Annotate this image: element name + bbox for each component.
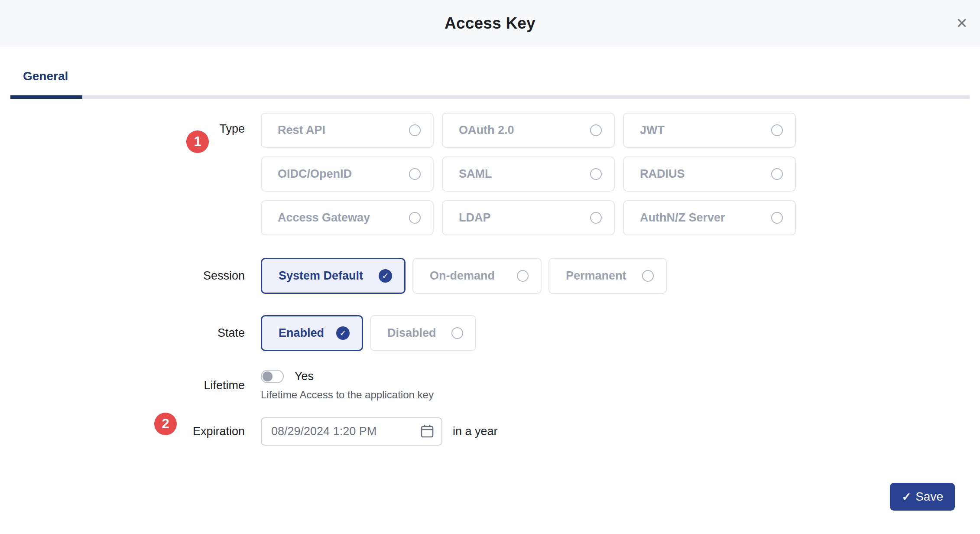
save-button-label: Save — [915, 490, 943, 504]
session-label: Session — [203, 269, 245, 283]
radio-icon[interactable] — [590, 124, 602, 136]
expiration-label: Expiration — [193, 425, 245, 438]
radio-icon[interactable] — [409, 212, 421, 224]
radio-icon[interactable] — [771, 212, 783, 224]
radio-icon[interactable] — [590, 168, 602, 180]
toggle-knob-icon — [263, 371, 273, 381]
selected-check-icon: ✓ — [336, 326, 350, 340]
expiration-input[interactable]: 08/29/2024 1:20 PM — [261, 417, 442, 446]
type-option-oauth2[interactable]: OAuth 2.0 — [442, 113, 615, 148]
type-option-authnz-server[interactable]: AuthN/Z Server — [623, 200, 796, 235]
save-check-icon: ✓ — [902, 491, 911, 502]
dialog-title: Access Key — [445, 14, 535, 33]
radio-icon[interactable] — [642, 270, 654, 282]
type-option-jwt[interactable]: JWT — [623, 113, 796, 148]
lifetime-helper-text: Lifetime Access to the application key — [261, 389, 434, 401]
expiration-hint: in a year — [453, 425, 498, 438]
session-option-on-demand[interactable]: On-demand — [412, 258, 542, 294]
state-option-enabled[interactable]: Enabled ✓ — [261, 315, 363, 351]
type-option-oidc-openid[interactable]: OIDC/OpenID — [261, 156, 434, 192]
state-label: State — [217, 326, 245, 340]
radio-icon[interactable] — [590, 212, 602, 224]
radio-icon[interactable] — [451, 327, 463, 339]
calendar-icon[interactable] — [420, 423, 434, 440]
radio-icon[interactable] — [517, 270, 529, 282]
session-option-permanent[interactable]: Permanent — [548, 258, 667, 294]
step-badge-1: 1 — [186, 130, 209, 153]
session-option-system-default[interactable]: System Default ✓ — [261, 258, 406, 294]
tab-track — [10, 95, 970, 99]
tab-bar: General — [0, 47, 980, 99]
radio-icon[interactable] — [771, 168, 783, 180]
radio-icon[interactable] — [409, 168, 421, 180]
active-tab-indicator — [10, 95, 82, 99]
dialog-body: 1 2 Type Rest API OAuth 2.0 JW — [0, 113, 980, 446]
type-option-saml[interactable]: SAML — [442, 156, 615, 192]
expiration-field-row: Expiration 08/29/2024 1:20 PM — [0, 417, 980, 446]
state-option-disabled[interactable]: Disabled — [370, 315, 476, 351]
lifetime-toggle-value: Yes — [295, 370, 314, 383]
step-badge-2: 2 — [154, 413, 177, 435]
type-option-ldap[interactable]: LDAP — [442, 200, 615, 235]
access-key-dialog: Access Key ✕ General 1 2 Type Rest API — [0, 0, 980, 534]
radio-icon[interactable] — [409, 124, 421, 136]
type-option-radius[interactable]: RADIUS — [623, 156, 796, 192]
dialog-header: Access Key ✕ — [0, 0, 980, 47]
tab-general[interactable]: General — [23, 69, 68, 95]
state-field-row: State Enabled ✓ Disabled — [0, 315, 980, 351]
state-options: Enabled ✓ Disabled — [261, 315, 476, 351]
close-icon: ✕ — [956, 15, 968, 32]
radio-icon[interactable] — [771, 124, 783, 136]
save-button[interactable]: ✓ Save — [890, 483, 955, 511]
type-option-rest-api[interactable]: Rest API — [261, 113, 434, 148]
selected-check-icon: ✓ — [379, 269, 392, 283]
close-button[interactable]: ✕ — [953, 13, 970, 33]
type-option-access-gateway[interactable]: Access Gateway — [261, 200, 434, 235]
session-field-row: Session System Default ✓ On-demand Perma… — [0, 258, 980, 294]
session-options: System Default ✓ On-demand Permanent — [261, 258, 667, 294]
lifetime-label: Lifetime — [204, 379, 245, 392]
type-field-row: Type Rest API OAuth 2.0 JWT — [0, 113, 980, 235]
expiration-value: 08/29/2024 1:20 PM — [271, 425, 376, 438]
lifetime-toggle[interactable] — [261, 370, 284, 383]
type-label: Type — [219, 122, 245, 136]
type-options-grid: Rest API OAuth 2.0 JWT OIDC/OpenID — [261, 113, 796, 235]
lifetime-field-row: Lifetime Yes Lifetime Access to the appl… — [0, 370, 980, 401]
